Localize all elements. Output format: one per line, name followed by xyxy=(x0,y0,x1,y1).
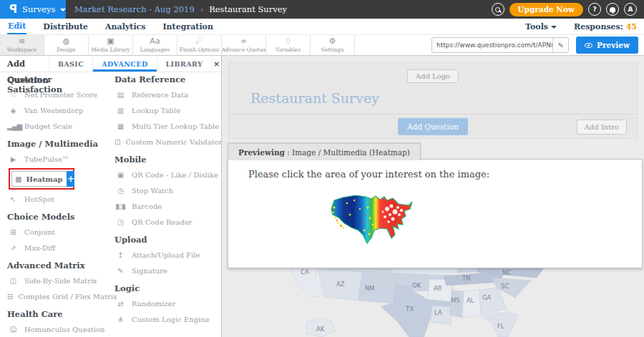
keyboard-icon: ▤ xyxy=(114,91,126,99)
toolbar-tab-workspace[interactable]: ≡ Workspace xyxy=(0,35,44,55)
qtype-budget-scale[interactable]: ▂▄▆Budget Scale xyxy=(7,118,107,134)
body-icon: ☺ xyxy=(7,326,19,333)
caret-down-icon xyxy=(60,9,66,11)
qtype-barcode[interactable]: ▮▯▮Barcode xyxy=(114,198,221,214)
qtype-heatmap[interactable]: ▩ Heatmap + xyxy=(11,171,72,187)
breadcrumb-separator: › xyxy=(200,5,203,14)
state-label: TX xyxy=(405,306,414,313)
add-logo-button[interactable]: Add Logo xyxy=(407,69,459,83)
section-nav: Edit Distribute Analytics Integration To… xyxy=(0,19,644,34)
bell-icon xyxy=(610,7,615,12)
toolbar-tab-variables[interactable]: ♢ Variables xyxy=(266,35,311,55)
survey-url[interactable]: https://www.questionpro.com/t/APNrFZ xyxy=(432,38,552,52)
qtype-reference-data[interactable]: ▤Reference Data xyxy=(114,87,221,102)
tab-advanced[interactable]: ADVANCED xyxy=(92,56,156,72)
upgrade-now-button[interactable]: Upgrade Now xyxy=(509,3,584,16)
qtype-custom-logic-engine[interactable]: ⋔Custom Logic Engine xyxy=(114,311,221,327)
panel-title: Add Question xyxy=(0,56,49,72)
state-label: AR xyxy=(434,285,442,292)
eye-icon xyxy=(585,43,592,48)
qtype-multi-tier-lookup[interactable]: ▦Multi Tier Lookup Table xyxy=(114,118,221,134)
avatar[interactable]: A xyxy=(624,3,637,16)
heatmap-question-text: Please click the area of your interest o… xyxy=(248,169,489,180)
preview-button[interactable]: Preview xyxy=(576,36,638,54)
qtype-tubepulse[interactable]: ▶TubePulse™ xyxy=(7,151,107,167)
image-icon: ▣ xyxy=(107,37,114,46)
state-label: GA xyxy=(482,294,492,301)
brand-surveys-menu[interactable]: P Surveys xyxy=(0,0,66,19)
state-label: LA xyxy=(434,309,442,316)
nav-integration[interactable]: Integration xyxy=(162,20,213,34)
preview-panel: Please click the area of your interest o… xyxy=(228,159,643,268)
grid-icon: ⊞ xyxy=(7,228,19,236)
add-question-button[interactable]: Add Question xyxy=(398,118,468,135)
qtype-qr-like-dislike[interactable]: ▣QR Code - Like / Dislike xyxy=(114,167,221,182)
upload-icon: ↥ xyxy=(114,251,126,259)
matrix-icon: ◫ xyxy=(7,277,19,285)
nav-edit[interactable]: Edit xyxy=(7,19,26,34)
qtype-side-by-side-matrix[interactable]: ◫Side-By-Side Matrix xyxy=(7,273,107,288)
qtype-max-diff[interactable]: ⇗Max-Diff xyxy=(7,240,107,255)
qtype-homunculus[interactable]: ☺Homunculus Question xyxy=(7,321,107,337)
background-us-map: CA AZ NM OK AR TN NC SC MS AL GA TX LA F… xyxy=(222,266,644,337)
tag-icon: ♢ xyxy=(285,37,292,46)
section-upload: Upload xyxy=(114,235,221,245)
edit-toolbar: ≡ Workspace ◍ Design ▣ Media Library Aa … xyxy=(0,34,644,56)
tools-menu[interactable]: Tools xyxy=(525,22,557,31)
toolbar-tab-advance-quotas[interactable]: ∞ Advance Quotas xyxy=(222,35,266,55)
section-mobile: Mobile xyxy=(114,155,221,165)
qr-scan-icon: ◳ xyxy=(114,218,126,226)
survey-header-card: Add Logo Restaurant Survey Add Question … xyxy=(228,62,638,139)
notifications-button[interactable] xyxy=(606,3,619,16)
qtype-lookup-table[interactable]: ▥Lookup Table xyxy=(114,102,221,118)
qtype-conjoint[interactable]: ⊞Conjoint xyxy=(7,224,107,240)
tab-basic[interactable]: BASIC xyxy=(49,56,92,72)
qtype-complex-grid[interactable]: ⊟Complex Grid / Flex Matrix xyxy=(7,288,107,304)
usa-heatmap-image[interactable] xyxy=(328,193,416,249)
state-label: OK xyxy=(412,282,421,289)
nav-analytics[interactable]: Analytics xyxy=(104,20,146,34)
help-button[interactable]: ? xyxy=(588,3,601,16)
section-data-reference: Data Reference xyxy=(114,74,221,84)
state-label: CA xyxy=(301,268,309,275)
edit-url-button[interactable]: ✎ xyxy=(552,38,568,52)
table-icon: ▥ xyxy=(114,107,126,114)
search-button[interactable] xyxy=(492,3,504,16)
qtype-attach-upload-file[interactable]: ↥Attach/Upload File xyxy=(114,247,221,263)
state-label: TN xyxy=(462,275,471,282)
state-label: AK xyxy=(316,326,325,333)
section-health-care: Health Care xyxy=(7,309,107,319)
branch-icon: ⋔ xyxy=(114,316,126,323)
survey-title[interactable]: Restaurant Survey xyxy=(250,90,379,106)
toolbar-tab-design[interactable]: ◍ Design xyxy=(44,35,89,55)
section-image-multimedia: Image / Multimedia xyxy=(7,139,107,149)
state-label: NM xyxy=(365,285,375,292)
add-heatmap-button[interactable]: + xyxy=(67,171,74,187)
responses-count[interactable]: Responses: 45 xyxy=(574,22,637,31)
tab-library[interactable]: LIBRARY xyxy=(157,56,212,72)
qtype-van-westendorp[interactable]: ◈Van Westendorp xyxy=(7,102,107,118)
breadcrumb-folder[interactable]: Market Research - Aug 2019 xyxy=(74,4,195,14)
qtype-signature[interactable]: ✎Signature xyxy=(114,263,221,278)
breadcrumb: Market Research - Aug 2019 › Restaurant … xyxy=(74,4,287,14)
questionpro-logo-icon: P xyxy=(9,3,17,16)
qtype-custom-numeric-validator[interactable]: ⊡Custom Numeric Validator xyxy=(114,134,221,150)
survey-url-field[interactable]: https://www.questionpro.com/t/APNrFZ ✎ xyxy=(431,37,569,53)
qtype-stop-watch[interactable]: ◷Stop Watch xyxy=(114,182,221,198)
section-choice-models: Choice Models xyxy=(7,212,107,222)
survey-canvas: CA AZ NM OK AR TN NC SC MS AL GA TX LA F… xyxy=(222,56,644,337)
toolbar-tab-languages[interactable]: Aa Languages xyxy=(133,35,177,55)
qtype-randomizer[interactable]: ⇄Randomizer xyxy=(114,296,221,311)
close-icon[interactable]: × xyxy=(211,56,221,72)
toolbar-tab-settings[interactable]: ⚙ Settings xyxy=(311,35,355,55)
toolbar-tab-finish-options[interactable]: ☄ Finish Options xyxy=(177,35,222,55)
magic-wand-icon: ☄ xyxy=(196,37,203,46)
tag-icon: ◈ xyxy=(7,107,19,114)
cursor-icon: ↖ xyxy=(7,195,19,203)
qtype-qr-code-reader[interactable]: ◳QR Code Reader xyxy=(114,214,221,230)
nav-distribute[interactable]: Distribute xyxy=(42,20,89,34)
add-intro-button[interactable]: Add Intro xyxy=(577,119,627,135)
stopwatch-icon: ◷ xyxy=(114,187,126,195)
toolbar-tab-media-library[interactable]: ▣ Media Library xyxy=(89,35,133,55)
qtype-hotspot[interactable]: ↖HotSpot xyxy=(7,191,107,207)
